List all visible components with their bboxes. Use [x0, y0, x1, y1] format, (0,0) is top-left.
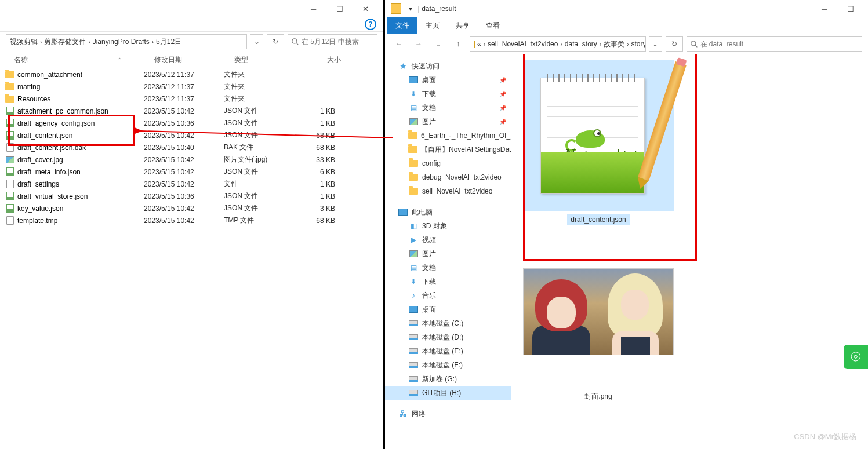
- col-name[interactable]: 名称⌃: [0, 55, 150, 65]
- col-date[interactable]: 修改日期: [150, 55, 230, 65]
- file-size: 1 KB: [293, 192, 335, 200]
- file-type: 文件: [224, 179, 293, 189]
- file-type: 文件夹: [224, 82, 293, 92]
- refresh-button[interactable]: ↻: [666, 36, 683, 52]
- folder-icon: [5, 94, 15, 104]
- minimize-button[interactable]: ─: [811, 0, 837, 17]
- breadcrumb-segment[interactable]: sell_NovelAI_txt2video: [488, 40, 558, 48]
- tree-item[interactable]: 【自用】NovelAI SettingsData: [385, 143, 511, 156]
- breadcrumb-segment[interactable]: JianyingPro Drafts: [93, 38, 150, 46]
- file-row[interactable]: draft_settings2023/5/15 10:42文件1 KB: [0, 178, 383, 190]
- breadcrumb-segment[interactable]: 故事类: [604, 39, 624, 49]
- qa-down-icon[interactable]: ▾: [406, 5, 415, 13]
- file-type: JSON 文件: [224, 203, 293, 213]
- file-row[interactable]: common_attachment2023/5/12 11:37文件夹: [0, 68, 383, 81]
- tree-item[interactable]: ♪音乐: [385, 289, 511, 302]
- network-header[interactable]: 🖧网络: [385, 407, 511, 421]
- breadcrumb-segment[interactable]: 视频剪辑: [10, 37, 38, 47]
- file-row[interactable]: draft_content.json2023/5/15 10:42JSON 文件…: [0, 129, 383, 141]
- up-button[interactable]: ↑: [450, 36, 466, 52]
- file-row[interactable]: draft_virtual_store.json2023/5/15 10:36J…: [0, 190, 383, 202]
- tree-item[interactable]: sell_NovelAI_txt2video: [385, 184, 511, 198]
- breadcrumb[interactable]: 视频剪辑›剪影存储文件›JianyingPro Drafts›5月12日: [6, 34, 247, 49]
- thumbnail-item[interactable]: 绝命列车.docx: [517, 414, 680, 449]
- tree-item[interactable]: config: [385, 156, 511, 170]
- file-row[interactable]: draft_meta_info.json2023/5/15 10:42JSON …: [0, 166, 383, 178]
- file-row[interactable]: draft_content.json.bak2023/5/15 10:40BAK…: [0, 141, 383, 154]
- tree-item[interactable]: 桌面📌: [385, 73, 511, 87]
- file-type: JSON 文件: [224, 106, 293, 116]
- json-icon: [5, 131, 15, 140]
- tree-item[interactable]: debug_NovelAI_txt2video: [385, 170, 511, 184]
- tree-item[interactable]: 图片📌: [385, 115, 511, 129]
- tree-item[interactable]: GIT项目 (H:): [385, 386, 511, 400]
- tree-item[interactable]: 6_Earth_-_The_Rhythm_Of_📌: [385, 129, 511, 143]
- breadcrumb-segment[interactable]: 5月12日: [156, 37, 181, 47]
- tree-label: 文档: [422, 263, 436, 273]
- search-input[interactable]: 在 data_result: [687, 36, 863, 52]
- chevron-right-icon: ›: [88, 39, 90, 45]
- file-row[interactable]: template.tmp2023/5/15 10:42TMP 文件68 KB: [0, 214, 383, 227]
- col-type[interactable]: 类型: [230, 55, 299, 65]
- file-type: JSON 文件: [224, 130, 293, 140]
- file-size: 3 KB: [293, 205, 335, 213]
- tree-item[interactable]: ▤文档📌: [385, 101, 511, 115]
- maximize-button[interactable]: ☐: [837, 0, 863, 17]
- tree-item[interactable]: 桌面: [385, 302, 511, 316]
- file-row[interactable]: attachment_pc_common.json2023/5/15 10:42…: [0, 105, 383, 117]
- tree-item[interactable]: 本地磁盘 (D:): [385, 330, 511, 344]
- file-name: key_value.json: [17, 205, 63, 213]
- tree-label: GIT项目 (H:): [422, 388, 461, 398]
- maximize-button[interactable]: ☐: [326, 0, 353, 17]
- file-row[interactable]: matting2023/5/12 11:37文件夹: [0, 81, 383, 93]
- tree-item[interactable]: ◧3D 对象: [385, 219, 511, 233]
- breadcrumb-segment[interactable]: «: [477, 40, 481, 48]
- recent-dropdown[interactable]: ⌄: [430, 36, 446, 52]
- ribbon-home[interactable]: 主页: [417, 17, 448, 34]
- minimize-button[interactable]: ─: [300, 0, 326, 17]
- svg-line-3: [695, 45, 697, 47]
- tree-item[interactable]: ▤文档: [385, 261, 511, 275]
- tree-item[interactable]: ⬇下载📌: [385, 87, 511, 101]
- tree-item[interactable]: ▶视频: [385, 233, 511, 247]
- folder-icon: [5, 70, 15, 79]
- chevron-right-icon: ›: [484, 41, 485, 48]
- file-row[interactable]: Resources2023/5/12 11:37文件夹: [0, 93, 383, 105]
- forward-button[interactable]: →: [411, 36, 427, 52]
- tree-item[interactable]: 图片: [385, 247, 511, 261]
- help-icon[interactable]: ?: [365, 19, 376, 30]
- tree-item[interactable]: 本地磁盘 (F:): [385, 358, 511, 372]
- this-pc-header[interactable]: 此电脑: [385, 205, 511, 219]
- ribbon-share[interactable]: 共享: [448, 17, 478, 34]
- breadcrumb-dropdown[interactable]: ⌄: [649, 36, 662, 52]
- file-row[interactable]: draft_agency_config.json2023/5/15 10:36J…: [0, 117, 383, 129]
- thumbnail-item[interactable]: Notepad++draft_content.json: [517, 60, 680, 225]
- breadcrumb-dropdown[interactable]: ⌄: [250, 34, 263, 49]
- breadcrumb-segment[interactable]: story_1: [631, 40, 646, 48]
- tree-item[interactable]: 新加卷 (G:): [385, 372, 511, 386]
- close-button[interactable]: ✕: [353, 0, 379, 17]
- breadcrumb-segment[interactable]: data_story: [565, 40, 597, 48]
- file-row[interactable]: draft_cover.jpg2023/5/15 10:42图片文件(.jpg)…: [0, 154, 383, 166]
- tree-item[interactable]: 本地磁盘 (C:): [385, 316, 511, 330]
- file-row[interactable]: key_value.json2023/5/15 10:42JSON 文件3 KB: [0, 202, 383, 214]
- refresh-button[interactable]: ↻: [267, 34, 284, 49]
- back-button[interactable]: ←: [391, 36, 407, 52]
- breadcrumb-segment[interactable]: 剪影存储文件: [44, 37, 86, 47]
- svg-point-0: [292, 38, 297, 43]
- file-date: 2023/5/15 10:42: [144, 217, 224, 225]
- chevron-right-icon: ›: [627, 41, 629, 48]
- wechat-badge-icon[interactable]: ⦾: [844, 345, 868, 369]
- ribbon-view[interactable]: 查看: [478, 17, 508, 34]
- thumbnail-item[interactable]: 封面.png: [517, 236, 680, 403]
- tree-item[interactable]: 本地磁盘 (E:): [385, 344, 511, 358]
- tree-label: 本地磁盘 (C:): [422, 319, 463, 328]
- file-type: 文件夹: [224, 70, 293, 79]
- col-size[interactable]: 大小: [299, 55, 346, 65]
- search-input[interactable]: 在 5月12日 中搜索: [288, 34, 377, 49]
- ribbon-file[interactable]: 文件: [387, 17, 417, 34]
- breadcrumb[interactable]: «›sell_NovelAI_txt2video›data_story›故事类›…: [470, 36, 646, 52]
- tree-item[interactable]: ⬇下载: [385, 275, 511, 289]
- folder-icon: [408, 131, 417, 140]
- quick-access-header[interactable]: ★快速访问: [385, 59, 511, 73]
